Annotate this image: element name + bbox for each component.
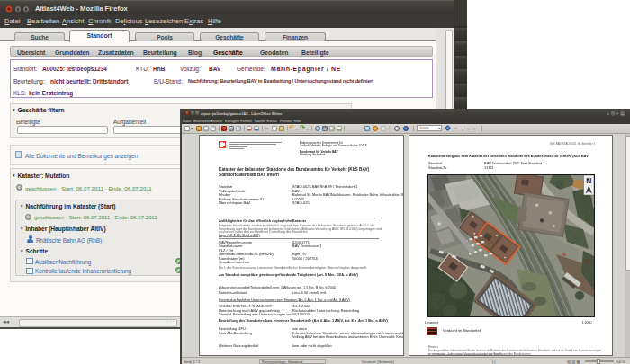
svg-text:N: N: [586, 175, 591, 184]
